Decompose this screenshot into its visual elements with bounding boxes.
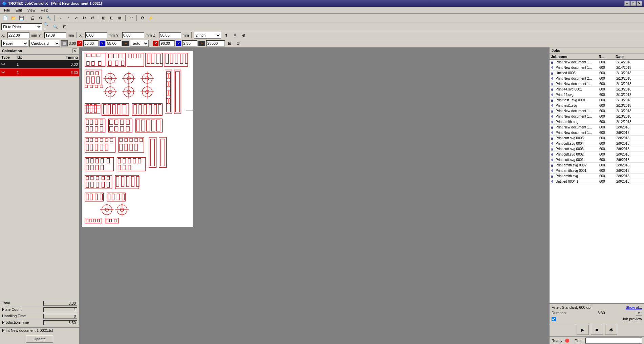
tool9[interactable]: ⊞ [100, 14, 107, 22]
y-input[interactable] [44, 32, 66, 38]
preview-checkbox[interactable] [552, 317, 556, 321]
svg-rect-158 [133, 159, 136, 163]
y2-input[interactable] [122, 32, 144, 38]
tool11[interactable]: ⊠ [116, 14, 124, 22]
calc-row-1[interactable]: ✂ 1 0:00 [0, 60, 79, 68]
job-row[interactable]: 🖨 Print 44.svg 0001 600 2/13/2018 [550, 87, 644, 92]
calc-close-button[interactable]: ✕ [72, 48, 77, 53]
z-btn1[interactable]: ⬆ [222, 32, 230, 39]
job-row[interactable]: 🖨 Print test1.svg 600 2/13/2018 [550, 103, 644, 108]
save-button[interactable]: 💾 [18, 14, 25, 22]
job-row[interactable]: 🖨 Print amith.svg 0001 600 2/9/2018 [550, 168, 644, 174]
material-type-select[interactable]: Paper [1, 40, 28, 47]
job-row[interactable]: 🖨 Print New document 1... 600 2/13/2018 [550, 114, 644, 119]
svg-rect-136 [120, 144, 122, 151]
open-button[interactable]: 📂 [9, 14, 17, 22]
ready-indicator [565, 339, 569, 343]
job-row[interactable]: 🖨 Print New document 1... 600 2/14/2018 [550, 60, 644, 65]
job-row[interactable]: 🖨 Print cutt.svg 0001 600 2/9/2018 [550, 157, 644, 163]
maximize-button[interactable]: □ [630, 1, 636, 6]
z-btn2[interactable]: ⬇ [231, 32, 239, 39]
calc-row-2[interactable]: ✂ 2 3:30 [0, 68, 79, 77]
minimize-button[interactable]: ─ [624, 1, 630, 6]
job-row[interactable]: 🖨 Print cutt.svg 0003 600 2/9/2018 [550, 146, 644, 152]
job-row[interactable]: 🖨 Print amith.svg 600 2/9/2018 [550, 174, 644, 179]
auto-select[interactable]: -auto- [130, 40, 149, 47]
job-row[interactable]: 🖨 Print cutt.svg 0004 600 2/9/2018 [550, 141, 644, 146]
job-row[interactable]: 🖨 Print New document 1... 600 2/13/2018 [550, 108, 644, 114]
menu-view[interactable]: View [25, 7, 38, 13]
job-row[interactable]: 🖨 Print 44.svg 600 2/13/2018 [550, 92, 644, 98]
update-button[interactable]: Update [26, 335, 53, 343]
job-row[interactable]: 🖨 Untitled 0005 600 2/13/2018 [550, 70, 644, 76]
zoom-out-button[interactable]: 🔍- [52, 23, 60, 31]
window-title: TROTEC JobControl X - [Print New documen… [8, 1, 102, 5]
tool3[interactable]: 🔧 [45, 14, 52, 22]
p2-speed-input[interactable] [182, 40, 197, 46]
job-row[interactable]: 🖨 Print cutt.svg 0002 600 2/9/2018 [550, 152, 644, 157]
menu-file[interactable]: File [1, 7, 13, 13]
job-row[interactable]: 🖨 Print test1.svg 0001 600 2/13/2018 [550, 98, 644, 103]
svg-rect-159 [138, 159, 141, 163]
tool2[interactable]: ⚙ [37, 14, 44, 22]
z-input[interactable] [159, 32, 181, 38]
job-date: 2/13/2018 [616, 109, 643, 113]
svg-rect-182 [90, 194, 92, 200]
job-row[interactable]: 🖨 Untitled 0004 1 600 2/9/2018 [550, 179, 644, 184]
job-row[interactable]: 🖨 Print New document 1... 600 2/13/2018 [550, 81, 644, 87]
calc-title: Calculation [2, 49, 22, 53]
handling-bar: 0 [43, 314, 77, 319]
p2-power-input[interactable] [159, 40, 175, 46]
show-all-link[interactable]: Show al... [626, 305, 642, 309]
extra-button[interactable]: ⚡ [147, 14, 154, 22]
zoom-select[interactable]: Fit to Plate 50% 75% 100% [1, 23, 42, 30]
zoom-in-button[interactable]: 🔍+ [43, 23, 51, 31]
tool8[interactable]: ↺ [89, 14, 96, 22]
svg-rect-154 [117, 158, 145, 171]
menu-edit[interactable]: Edit [13, 7, 25, 13]
duration-arrow[interactable]: ▼ [636, 311, 642, 316]
settings-button[interactable]: ⚙ [138, 14, 146, 22]
job-row[interactable]: 🖨 Print New document 1... 600 2/9/2018 [550, 125, 644, 130]
mat-btn2[interactable]: ⊠ [234, 40, 242, 47]
material-subtype-select[interactable]: Cardboard [29, 40, 60, 47]
y-label: Y: [38, 33, 43, 37]
filter-input[interactable] [585, 338, 642, 344]
app-icon: 🔷 [2, 1, 7, 6]
z-preset-select[interactable]: 2 inch [194, 32, 221, 39]
job-row[interactable]: 🖨 Print amith.svg 0002 600 2/9/2018 [550, 163, 644, 168]
job-row[interactable]: 🖨 Print New document 1... 600 2/14/2018 [550, 65, 644, 70]
job-row[interactable]: 🖨 Print New document 1... 600 2/9/2018 [550, 130, 644, 136]
tool6[interactable]: ⤢ [72, 14, 80, 22]
job-resolution: 600 [599, 66, 616, 69]
print-button[interactable]: 🖨 [29, 14, 36, 22]
svg-rect-142 [159, 137, 167, 167]
config-button[interactable]: ✱ [605, 325, 617, 335]
tool4[interactable]: ↔ [56, 14, 64, 22]
unit-mm3: mm [109, 33, 115, 37]
freq-input[interactable] [206, 40, 225, 46]
svg-rect-112 [135, 119, 163, 132]
job-row[interactable]: 🖨 Print New document 2... 600 2/13/2018 [550, 76, 644, 81]
close-button[interactable]: ✕ [637, 1, 642, 6]
job-date: 2/9/2018 [616, 158, 643, 162]
undo-button[interactable]: ↩ [127, 14, 135, 22]
stop-button[interactable]: ■ [591, 325, 603, 335]
x-input[interactable] [7, 32, 29, 38]
x2-input[interactable] [85, 32, 107, 38]
svg-rect-169 [86, 182, 89, 187]
play-button[interactable]: ▶ [577, 325, 589, 335]
job-name: Print cutt.svg 0004 [556, 142, 599, 145]
zoom-fit-button[interactable]: ⊡ [61, 23, 68, 31]
job-row[interactable]: 🖨 Print cutt.svg 0005 600 2/9/2018 [550, 136, 644, 141]
mat-btn1[interactable]: ⊟ [226, 40, 233, 47]
tool7[interactable]: ↻ [81, 14, 88, 22]
p1-speed-input[interactable] [106, 40, 121, 46]
new-button[interactable]: 📄 [1, 14, 9, 22]
tool5[interactable]: ↕ [64, 14, 72, 22]
job-row[interactable]: 🖨 Print amith.png 600 2/12/2018 [550, 119, 644, 125]
z-btn3[interactable]: ⊕ [240, 32, 248, 39]
menu-help[interactable]: Help [38, 7, 51, 13]
tool10[interactable]: ⊟ [108, 14, 115, 22]
p1-power-input[interactable] [83, 40, 99, 46]
